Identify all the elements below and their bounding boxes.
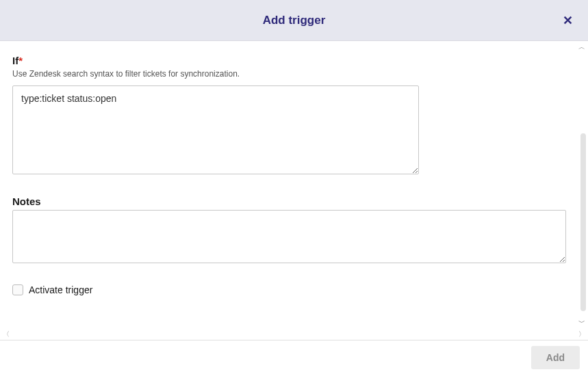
if-hint: Use Zendesk search syntax to filter tick… bbox=[12, 69, 576, 79]
if-textarea[interactable] bbox=[12, 85, 419, 174]
required-mark: * bbox=[18, 55, 23, 66]
notes-textarea[interactable] bbox=[12, 210, 566, 263]
modal-header: Add trigger ✕ bbox=[0, 0, 588, 41]
close-icon: ✕ bbox=[563, 13, 573, 28]
scroll-left-icon[interactable]: 〈 bbox=[3, 330, 10, 339]
field-group-notes: Notes bbox=[12, 196, 576, 265]
if-label-text: If bbox=[12, 55, 18, 66]
notes-label: Notes bbox=[12, 196, 576, 207]
close-button[interactable]: ✕ bbox=[559, 12, 576, 29]
scrollbar-horizontal[interactable]: 〈 〉 bbox=[0, 329, 588, 340]
activate-checkbox-label[interactable]: Activate trigger bbox=[29, 284, 92, 295]
modal-body: If* Use Zendesk search syntax to filter … bbox=[0, 41, 588, 328]
modal-title: Add trigger bbox=[263, 14, 326, 27]
add-button[interactable]: Add bbox=[531, 346, 580, 369]
if-label: If* bbox=[12, 55, 576, 66]
scroll-right-icon[interactable]: 〉 bbox=[578, 330, 585, 339]
field-group-if: If* Use Zendesk search syntax to filter … bbox=[12, 55, 576, 176]
activate-checkbox-row[interactable]: Activate trigger bbox=[12, 284, 576, 295]
modal-footer: Add bbox=[0, 340, 588, 374]
activate-checkbox[interactable] bbox=[12, 284, 23, 295]
